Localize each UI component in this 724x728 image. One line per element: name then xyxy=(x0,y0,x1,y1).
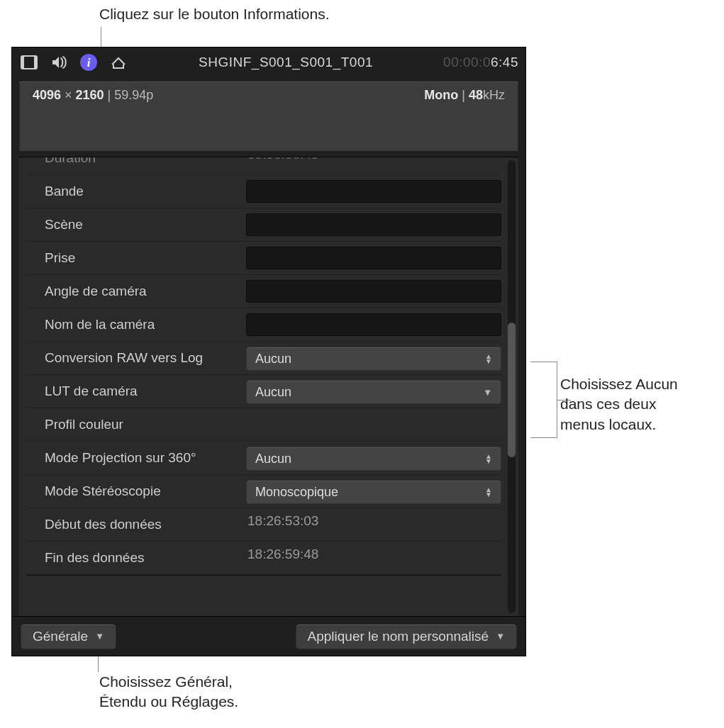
label-raw-to-log: Conversion RAW vers Log xyxy=(26,350,246,366)
video-inspector-icon[interactable] xyxy=(19,52,39,72)
popup-stereo-mode[interactable]: Monoscopique ▲▼ xyxy=(246,480,501,504)
share-inspector-icon[interactable] xyxy=(108,52,128,72)
label-360-projection: Mode Projection sur 360° xyxy=(26,450,246,466)
callout-bottom-line1: Choisissez Général, xyxy=(99,672,238,692)
timecode-dim: 00:00:0 xyxy=(443,55,491,69)
input-camera-name[interactable] xyxy=(246,313,501,336)
label-color-profile: Profil couleur xyxy=(26,417,246,432)
popup-360-projection[interactable]: Aucun ▲▼ xyxy=(246,447,501,471)
row-stereo-mode: Mode Stéréoscopie Monoscopique ▲▼ xyxy=(26,475,501,508)
callout-right-line1: Choisissez Aucun xyxy=(560,374,716,394)
audio-rate-unit: kHz xyxy=(483,88,505,102)
row-scene: Scène xyxy=(26,208,501,242)
callout-top: Cliquez sur le bouton Informations. xyxy=(99,6,330,23)
chevron-down-icon: ▼ xyxy=(496,631,505,642)
row-raw-to-log: Conversion RAW vers Log Aucun ▲▼ xyxy=(26,342,501,375)
inspector-panel: i SHGINF_S001_S001_T001 00:00:06:45 4096… xyxy=(11,47,526,656)
callout-right-line3: menus locaux. xyxy=(560,415,716,435)
row-data-end: Fin des données 18:26:59:48 xyxy=(26,542,501,575)
row-duration: Duration 00:00:06:45 xyxy=(26,157,501,175)
label-camera-angle: Angle de caméra xyxy=(26,284,246,299)
label-data-start: Début des données xyxy=(26,517,246,532)
label-scene: Scène xyxy=(26,217,246,233)
audio-sep: | xyxy=(458,88,469,102)
res-times: × xyxy=(61,88,76,102)
metadata-view-label: Générale xyxy=(33,629,88,644)
metadata-rows: Duration 00:00:06:45 Bande Scène Prise A… xyxy=(26,157,501,586)
metadata-scroll-area: Duration 00:00:06:45 Bande Scène Prise A… xyxy=(19,157,518,616)
input-bande[interactable] xyxy=(246,180,501,203)
chevron-down-icon: ▼ xyxy=(483,387,492,398)
svg-rect-1 xyxy=(21,56,24,69)
apply-custom-name-label: Appliquer le nom personnalisé xyxy=(308,629,489,644)
value-data-end: 18:26:59:48 xyxy=(246,547,501,569)
inspector-footer: Générale ▼ Appliquer le nom personnalisé… xyxy=(12,616,525,656)
row-bande: Bande xyxy=(26,175,501,208)
label-camera-lut: LUT de caméra xyxy=(26,383,246,399)
audio-mode: Mono xyxy=(424,88,458,102)
label-duration: Duration xyxy=(26,157,246,166)
callout-bottom-line2: Étendu ou Réglages. xyxy=(99,692,238,712)
row-prise: Prise xyxy=(26,242,501,275)
callout-right: Choisissez Aucun dans ces deux menus loc… xyxy=(560,374,716,435)
label-prise: Prise xyxy=(26,250,246,266)
row-360-projection: Mode Projection sur 360° Aucun ▲▼ xyxy=(26,442,501,475)
value-duration: 00:00:06:45 xyxy=(246,157,501,169)
popup-360-projection-value: Aucun xyxy=(255,452,291,466)
format-summary: 4096 × 2160 | 59.94p Mono | 48kHz xyxy=(19,82,518,151)
metadata-view-popup[interactable]: Générale ▼ xyxy=(21,624,116,649)
value-data-start: 18:26:53:03 xyxy=(246,513,501,536)
updown-icon: ▲▼ xyxy=(485,354,492,364)
res-sep: | xyxy=(104,88,115,102)
clip-timecode: 00:00:06:45 xyxy=(443,55,518,70)
apply-custom-name-popup[interactable]: Appliquer le nom personnalisé ▼ xyxy=(296,624,517,649)
input-prise[interactable] xyxy=(246,247,501,269)
label-bande: Bande xyxy=(26,184,246,199)
row-data-start: Début des données 18:26:53:03 xyxy=(26,508,501,542)
chevron-down-icon: ▼ xyxy=(95,631,104,642)
clip-name: SHGINF_S001_S001_T001 xyxy=(199,55,373,70)
popup-raw-to-log-value: Aucun xyxy=(255,352,291,366)
value-color-profile xyxy=(246,413,501,436)
row-camera-name: Nom de la caméra xyxy=(26,308,501,342)
callout-top-text: Cliquez sur le bouton Informations. xyxy=(99,6,330,22)
popup-stereo-mode-value: Monoscopique xyxy=(255,485,338,500)
frame-rate: 59.94p xyxy=(114,88,153,102)
popup-camera-lut-value: Aucun xyxy=(255,385,291,400)
callout-bottom: Choisissez Général, Étendu ou Réglages. xyxy=(99,672,238,712)
row-camera-angle: Angle de caméra xyxy=(26,275,501,308)
res-height: 2160 xyxy=(76,88,104,102)
row-camera-lut: LUT de caméra Aucun ▼ xyxy=(26,375,501,408)
updown-icon: ▲▼ xyxy=(485,487,492,497)
input-scene[interactable] xyxy=(246,213,501,236)
updown-icon: ▲▼ xyxy=(485,454,492,464)
audio-inspector-icon[interactable] xyxy=(49,52,69,72)
audio-format: Mono | 48kHz xyxy=(424,88,505,103)
inspector-toolbar: i SHGINF_S001_S001_T001 00:00:06:45 xyxy=(12,47,525,77)
timecode-highlight: 6:45 xyxy=(491,55,518,69)
callout-bottom-leader xyxy=(98,656,99,672)
callout-top-leader xyxy=(101,27,101,48)
callout-right-bracket xyxy=(530,362,557,438)
label-stereo-mode: Mode Stéréoscopie xyxy=(26,483,246,499)
callout-right-line2: dans ces deux xyxy=(560,394,716,414)
video-format: 4096 × 2160 | 59.94p xyxy=(33,88,153,103)
res-width: 4096 xyxy=(33,88,61,102)
label-camera-name: Nom de la caméra xyxy=(26,317,246,332)
row-color-profile: Profil couleur xyxy=(26,408,501,442)
popup-camera-lut[interactable]: Aucun ▼ xyxy=(246,380,501,404)
audio-rate-num: 48 xyxy=(469,88,483,102)
info-inspector-icon[interactable]: i xyxy=(79,52,99,72)
label-data-end: Fin des données xyxy=(26,550,246,566)
row-cutoff xyxy=(26,575,501,586)
popup-raw-to-log[interactable]: Aucun ▲▼ xyxy=(246,347,501,371)
svg-rect-2 xyxy=(34,56,37,69)
input-camera-angle[interactable] xyxy=(246,280,501,303)
scrollbar-thumb[interactable] xyxy=(508,323,516,457)
